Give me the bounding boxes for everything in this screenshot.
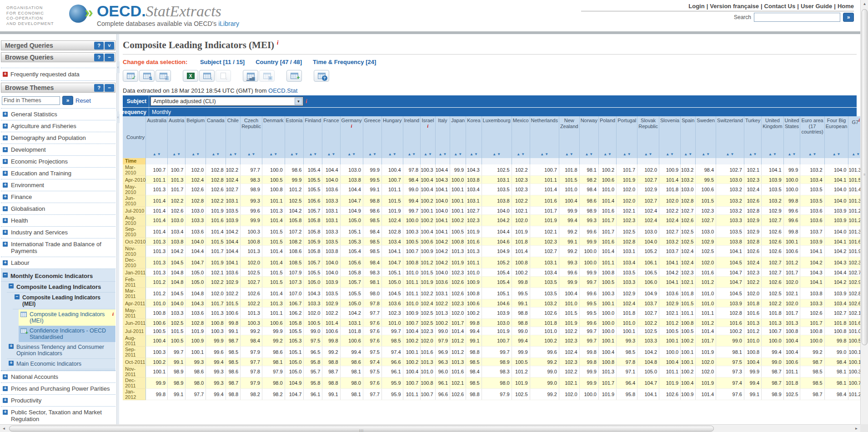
sort-descending-button[interactable]: ▼ [294,152,299,156]
sort-ascending-button[interactable]: ▲ [423,152,428,156]
col-header-finland[interactable]: Finland [304,116,322,149]
expand-plus-icon[interactable]: + [3,218,8,223]
sort-descending-button[interactable]: ▼ [196,152,200,156]
expand-plus-icon[interactable]: + [3,410,8,415]
ilibrary-link[interactable]: iLibrary [218,20,239,27]
export-table-button[interactable]: ↓ [199,70,215,82]
sort-descending-button[interactable]: ▼ [428,152,432,156]
col-header-italy[interactable]: Italy [435,116,450,149]
sort-ascending-button[interactable]: ▲ [665,152,670,156]
merged-queries-help-button[interactable]: ? [94,42,104,50]
sidebar-item-frequently-requested-data[interactable]: + Frequently requested data [1,68,115,81]
expand-plus-icon[interactable]: + [3,230,8,235]
nav-link-contact-us[interactable]: Contact Us [764,3,796,10]
browse-themes-header[interactable]: Browse Themes ? − [1,83,115,93]
col-header-sweden[interactable]: Sweden [696,116,716,149]
vertical-scrollbar[interactable]: ▲ ≡ ▼ [860,0,868,432]
sort-descending-button[interactable]: ▼ [813,152,817,156]
sort-descending-button[interactable]: ▼ [176,152,181,156]
sort-ascending-button[interactable]: ▲ [228,152,233,156]
sort-descending-button[interactable]: ▼ [233,152,237,156]
sort-ascending-button[interactable]: ▲ [851,152,856,156]
sort-ascending-button[interactable]: ▲ [622,152,627,156]
col-header-greece[interactable]: Greece [363,116,381,149]
col-header-japan[interactable]: Japan [450,116,466,149]
info-icon[interactable]: i [858,118,860,123]
sort-ascending-button[interactable]: ▲ [748,152,753,156]
sort-descending-button[interactable]: ▼ [837,152,841,156]
sort-descending-button[interactable]: ▼ [331,152,336,156]
selection-link-subject[interactable]: Subject [11 / 15] [200,59,245,65]
sort-descending-button[interactable]: ▼ [688,152,692,156]
sort-ascending-button[interactable]: ▲ [584,152,589,156]
sidebar-item-national-accounts[interactable]: +National Accounts [1,371,115,383]
selection-link-country[interactable]: Country [47 / 48] [256,59,302,65]
sidebar-item-productivity[interactable]: +Productivity [1,395,115,407]
sort-descending-button[interactable]: ▼ [753,152,758,156]
expand-plus-icon[interactable]: + [3,72,8,77]
col-header-spain[interactable]: Spain [681,116,696,149]
expand-plus-icon[interactable]: + [9,361,14,366]
col-header-portugal[interactable]: Portugal [617,116,637,149]
sort-descending-button[interactable]: ▼ [773,152,777,156]
sort-ascending-button[interactable]: ▲ [644,152,648,156]
expand-plus-icon[interactable]: + [3,194,8,199]
expand-plus-icon[interactable]: + [3,398,8,403]
sort-descending-button[interactable]: ▼ [372,152,377,156]
col-header-france[interactable]: France [322,116,340,149]
sort-descending-button[interactable]: ▼ [706,152,710,156]
sort-ascending-button[interactable]: ▲ [516,152,521,156]
sort-ascending-button[interactable]: ▲ [308,152,313,156]
sort-ascending-button[interactable]: ▲ [492,152,497,156]
horizontal-scrollbar-thumb[interactable]: ||| [9,426,714,432]
info-icon[interactable]: i [427,124,429,129]
expand-plus-icon[interactable]: + [3,135,8,140]
merged-queries-header[interactable]: Merged Queries ? ˅ [1,40,115,50]
col-header-czech-republic[interactable]: Czech Republic [241,116,262,149]
sort-ascending-button[interactable]: ▲ [191,152,196,156]
sort-ascending-button[interactable]: ▲ [453,152,458,156]
sidebar-item-environment[interactable]: +Environment [1,179,115,191]
sort-descending-button[interactable]: ▼ [521,152,525,156]
col-header-germany[interactable]: Germanyi [340,116,363,149]
expand-plus-icon[interactable]: + [3,386,8,391]
table-help-button[interactable]: ? [314,70,329,82]
col-header-turkey[interactable]: Turkey [744,116,761,149]
collapse-minus-icon[interactable]: − [3,273,8,278]
sort-descending-button[interactable]: ▼ [607,152,612,156]
sidebar-item-international-trade-and-balance-of-payments[interactable]: +International Trade and Balance of Paym… [1,238,115,257]
col-header-switzerland[interactable]: Switzerland [716,116,744,149]
sort-ascending-button[interactable]: ▲ [388,152,392,156]
sidebar-item-composite-leading-indicators[interactable]: − Composite Leading Indicators [7,282,115,293]
sort-descending-button[interactable]: ▼ [411,152,416,156]
col-header-united-kingdom[interactable]: United Kingdom [762,116,783,149]
sidebar-item-globalisation[interactable]: +Globalisation [1,203,115,215]
col-header-g7[interactable]: G7i [848,116,860,149]
sort-ascending-button[interactable]: ▲ [683,152,688,156]
nav-link-home[interactable]: Home [838,3,854,10]
sort-descending-button[interactable]: ▼ [313,152,317,156]
nav-link-version-francaise[interactable]: Version française [710,3,759,10]
selection-link-time-frequency[interactable]: Time & Frequency [24] [313,59,376,65]
sort-ascending-button[interactable]: ▲ [565,152,569,156]
expand-plus-icon[interactable]: + [3,171,8,176]
vertical-scrollbar-thumb[interactable]: ≡ [862,9,868,345]
info-icon[interactable]: i [306,98,307,105]
sort-descending-button[interactable]: ▼ [251,152,256,156]
sort-ascending-button[interactable]: ▲ [211,152,216,156]
sort-ascending-button[interactable]: ▲ [603,152,607,156]
sort-ascending-button[interactable]: ▲ [768,152,773,156]
nav-link-login[interactable]: Login [688,3,704,10]
monthly-economic-indicators-label[interactable]: Monthly Economic Indicators [10,273,93,279]
browse-queries-collapse-button[interactable]: − [105,54,114,61]
sidebar-item-general-statistics[interactable]: +General Statistics [1,108,115,120]
expand-plus-icon[interactable]: + [3,260,8,265]
find-go-button[interactable]: » [62,96,73,105]
col-header-belgium[interactable]: Belgium [186,116,206,149]
info-icon[interactable]: i [351,124,352,129]
sidebar-item-industry-and-services[interactable]: +Industry and Services [1,227,115,238]
browse-queries-header[interactable]: Browse Queries ? − [1,52,115,62]
expand-plus-icon[interactable]: + [3,147,8,152]
add-table-button[interactable]: + [286,70,302,82]
merged-queries-expand-button[interactable]: ˅ [105,42,114,50]
